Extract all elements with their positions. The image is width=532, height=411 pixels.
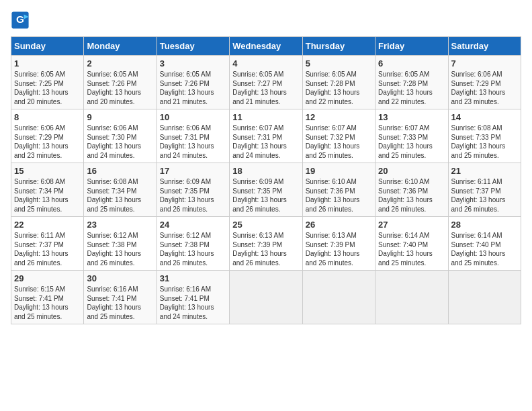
cell-content: Sunrise: 6:05 AMSunset: 7:26 PMDaylight:… — [87, 71, 141, 105]
calendar-cell: 16 Sunrise: 6:08 AMSunset: 7:34 PMDaylig… — [84, 163, 157, 217]
calendar-cell — [375, 271, 448, 324]
day-number: 23 — [87, 220, 153, 230]
day-number: 8 — [14, 112, 81, 122]
cell-content: Sunrise: 6:08 AMSunset: 7:34 PMDaylight:… — [14, 178, 69, 213]
calendar-cell: 7 Sunrise: 6:06 AMSunset: 7:29 PMDayligh… — [448, 56, 521, 109]
header-sunday: Sunday — [11, 37, 84, 56]
day-number: 16 — [87, 166, 153, 176]
calendar-cell: 13 Sunrise: 6:07 AMSunset: 7:33 PMDaylig… — [375, 109, 448, 163]
cell-content: Sunrise: 6:12 AMSunset: 7:38 PMDaylight:… — [160, 232, 214, 267]
cell-content: Sunrise: 6:06 AMSunset: 7:29 PMDaylight:… — [14, 124, 69, 159]
calendar-week-row: 29 Sunrise: 6:15 AMSunset: 7:41 PMDaylig… — [11, 271, 521, 324]
calendar-cell: 29 Sunrise: 6:15 AMSunset: 7:41 PMDaylig… — [11, 271, 84, 324]
cell-content: Sunrise: 6:05 AMSunset: 7:28 PMDaylight:… — [306, 71, 360, 105]
cell-content: Sunrise: 6:05 AMSunset: 7:27 PMDaylight:… — [232, 71, 287, 105]
calendar-cell: 18 Sunrise: 6:09 AMSunset: 7:35 PMDaylig… — [230, 163, 302, 217]
cell-content: Sunrise: 6:13 AMSunset: 7:39 PMDaylight:… — [232, 232, 287, 267]
day-number: 29 — [14, 273, 81, 283]
cell-content: Sunrise: 6:11 AMSunset: 7:37 PMDaylight:… — [451, 178, 506, 213]
cell-content: Sunrise: 6:05 AMSunset: 7:26 PMDaylight:… — [160, 71, 214, 105]
calendar-cell: 28 Sunrise: 6:14 AMSunset: 7:40 PMDaylig… — [448, 217, 521, 271]
cell-content: Sunrise: 6:09 AMSunset: 7:35 PMDaylight:… — [160, 178, 214, 213]
day-number: 25 — [232, 220, 299, 230]
cell-content: Sunrise: 6:14 AMSunset: 7:40 PMDaylight:… — [451, 232, 506, 267]
calendar-cell: 23 Sunrise: 6:12 AMSunset: 7:38 PMDaylig… — [84, 217, 157, 271]
cell-content: Sunrise: 6:07 AMSunset: 7:33 PMDaylight:… — [378, 124, 433, 159]
cell-content: Sunrise: 6:05 AMSunset: 7:28 PMDaylight:… — [378, 71, 433, 105]
calendar-week-row: 1 Sunrise: 6:05 AMSunset: 7:25 PMDayligh… — [11, 56, 521, 109]
header-monday: Monday — [84, 37, 157, 56]
day-number: 31 — [160, 273, 226, 283]
calendar-cell: 26 Sunrise: 6:13 AMSunset: 7:39 PMDaylig… — [302, 217, 375, 271]
day-number: 24 — [160, 220, 226, 230]
calendar-week-row: 8 Sunrise: 6:06 AMSunset: 7:29 PMDayligh… — [11, 109, 521, 163]
cell-content: Sunrise: 6:10 AMSunset: 7:36 PMDaylight:… — [378, 178, 433, 213]
day-number: 22 — [14, 220, 81, 230]
day-number: 13 — [378, 112, 445, 122]
calendar-cell: 2 Sunrise: 6:05 AMSunset: 7:26 PMDayligh… — [84, 56, 157, 109]
calendar-cell: 15 Sunrise: 6:08 AMSunset: 7:34 PMDaylig… — [11, 163, 84, 217]
day-number: 3 — [160, 58, 226, 68]
day-number: 5 — [306, 58, 372, 68]
logo-icon: G — [11, 11, 30, 30]
calendar-cell: 8 Sunrise: 6:06 AMSunset: 7:29 PMDayligh… — [11, 109, 84, 163]
day-number: 14 — [451, 112, 518, 122]
day-number: 18 — [232, 166, 299, 176]
logo: G — [11, 11, 32, 30]
calendar-cell: 31 Sunrise: 6:16 AMSunset: 7:41 PMDaylig… — [157, 271, 229, 324]
cell-content: Sunrise: 6:07 AMSunset: 7:32 PMDaylight:… — [306, 124, 360, 159]
calendar-cell: 14 Sunrise: 6:08 AMSunset: 7:33 PMDaylig… — [448, 109, 521, 163]
calendar-header-row: SundayMondayTuesdayWednesdayThursdayFrid… — [11, 37, 521, 56]
cell-content: Sunrise: 6:15 AMSunset: 7:41 PMDaylight:… — [14, 285, 69, 320]
calendar-cell: 19 Sunrise: 6:10 AMSunset: 7:36 PMDaylig… — [302, 163, 375, 217]
calendar-table: SundayMondayTuesdayWednesdayThursdayFrid… — [11, 36, 521, 324]
calendar-cell — [448, 271, 521, 324]
day-number: 7 — [451, 58, 518, 68]
cell-content: Sunrise: 6:11 AMSunset: 7:37 PMDaylight:… — [14, 232, 69, 267]
calendar-cell: 1 Sunrise: 6:05 AMSunset: 7:25 PMDayligh… — [11, 56, 84, 109]
cell-content: Sunrise: 6:06 AMSunset: 7:31 PMDaylight:… — [160, 124, 214, 159]
day-number: 1 — [14, 58, 81, 68]
calendar-cell: 3 Sunrise: 6:05 AMSunset: 7:26 PMDayligh… — [157, 56, 229, 109]
calendar-cell: 21 Sunrise: 6:11 AMSunset: 7:37 PMDaylig… — [448, 163, 521, 217]
day-number: 28 — [451, 220, 518, 230]
cell-content: Sunrise: 6:10 AMSunset: 7:36 PMDaylight:… — [306, 178, 360, 213]
calendar-cell: 11 Sunrise: 6:07 AMSunset: 7:31 PMDaylig… — [230, 109, 302, 163]
cell-content: Sunrise: 6:05 AMSunset: 7:25 PMDaylight:… — [14, 71, 69, 105]
cell-content: Sunrise: 6:07 AMSunset: 7:31 PMDaylight:… — [232, 124, 287, 159]
calendar-cell: 6 Sunrise: 6:05 AMSunset: 7:28 PMDayligh… — [375, 56, 448, 109]
header-friday: Friday — [375, 37, 448, 56]
calendar-cell: 25 Sunrise: 6:13 AMSunset: 7:39 PMDaylig… — [230, 217, 302, 271]
day-number: 19 — [306, 166, 372, 176]
calendar-cell: 10 Sunrise: 6:06 AMSunset: 7:31 PMDaylig… — [157, 109, 229, 163]
day-number: 12 — [306, 112, 372, 122]
calendar-cell — [302, 271, 375, 324]
calendar-cell: 4 Sunrise: 6:05 AMSunset: 7:27 PMDayligh… — [230, 56, 302, 109]
day-number: 9 — [87, 112, 153, 122]
day-number: 10 — [160, 112, 226, 122]
calendar-cell: 17 Sunrise: 6:09 AMSunset: 7:35 PMDaylig… — [157, 163, 229, 217]
day-number: 27 — [378, 220, 445, 230]
svg-text:G: G — [16, 13, 24, 25]
header-saturday: Saturday — [448, 37, 521, 56]
day-number: 20 — [378, 166, 445, 176]
calendar-cell: 27 Sunrise: 6:14 AMSunset: 7:40 PMDaylig… — [375, 217, 448, 271]
header-thursday: Thursday — [302, 37, 375, 56]
page-header: G — [11, 11, 521, 30]
day-number: 26 — [306, 220, 372, 230]
calendar-cell: 30 Sunrise: 6:16 AMSunset: 7:41 PMDaylig… — [84, 271, 157, 324]
day-number: 15 — [14, 166, 81, 176]
cell-content: Sunrise: 6:06 AMSunset: 7:30 PMDaylight:… — [87, 124, 141, 159]
day-number: 2 — [87, 58, 153, 68]
cell-content: Sunrise: 6:06 AMSunset: 7:29 PMDaylight:… — [451, 71, 506, 105]
day-number: 21 — [451, 166, 518, 176]
calendar-cell — [230, 271, 302, 324]
calendar-cell: 22 Sunrise: 6:11 AMSunset: 7:37 PMDaylig… — [11, 217, 84, 271]
calendar-cell: 20 Sunrise: 6:10 AMSunset: 7:36 PMDaylig… — [375, 163, 448, 217]
day-number: 30 — [87, 273, 153, 283]
calendar-cell: 24 Sunrise: 6:12 AMSunset: 7:38 PMDaylig… — [157, 217, 229, 271]
cell-content: Sunrise: 6:16 AMSunset: 7:41 PMDaylight:… — [87, 285, 141, 320]
cell-content: Sunrise: 6:14 AMSunset: 7:40 PMDaylight:… — [378, 232, 433, 267]
cell-content: Sunrise: 6:12 AMSunset: 7:38 PMDaylight:… — [87, 232, 141, 267]
header-wednesday: Wednesday — [230, 37, 302, 56]
